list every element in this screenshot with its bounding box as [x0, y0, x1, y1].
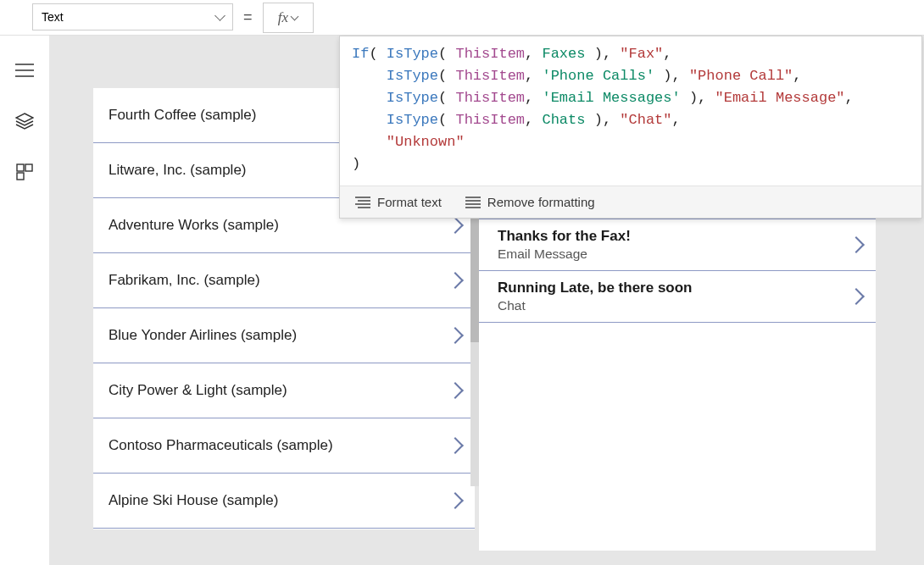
activity-row[interactable]: Thanks for the Fax!Email Message — [479, 219, 876, 271]
account-name: Adventure Works (sample) — [109, 217, 279, 234]
remove-formatting-button[interactable]: Remove formatting — [465, 195, 595, 209]
account-name: Fourth Coffee (sample) — [109, 107, 256, 124]
account-name: Litware, Inc. (sample) — [109, 162, 247, 179]
account-name: City Power & Light (sample) — [109, 382, 287, 399]
fx-button[interactable]: fx — [263, 3, 314, 33]
chevron-right-icon[interactable] — [848, 236, 865, 253]
activity-type: Chat — [498, 298, 693, 313]
account-row[interactable]: Alpine Ski House (sample) — [93, 474, 475, 529]
components-icon[interactable] — [15, 163, 34, 181]
account-row[interactable]: Blue Yonder Airlines (sample) — [93, 308, 475, 363]
account-row[interactable]: Fabrikam, Inc. (sample) — [93, 253, 475, 308]
equals-label: = — [233, 0, 263, 26]
chevron-right-icon[interactable] — [447, 217, 464, 234]
format-text-label: Format text — [377, 195, 442, 209]
formula-bar-panel: If( IsType( ThisItem, Faxes ), "Fax", Is… — [339, 36, 922, 219]
chevron-right-icon[interactable] — [447, 272, 464, 289]
property-dropdown[interactable]: Text — [32, 3, 233, 30]
account-name: Alpine Ski House (sample) — [109, 492, 278, 509]
activity-subject: Running Late, be there soon — [498, 280, 693, 296]
chevron-right-icon[interactable] — [447, 492, 464, 509]
account-row[interactable]: Contoso Pharmaceuticals (sample) — [93, 418, 475, 474]
remove-formatting-icon — [465, 197, 481, 208]
canvas: Fourth Coffee (sample)Litware, Inc. (sam… — [49, 36, 924, 565]
activity-row[interactable]: Running Late, be there soonChat — [479, 271, 876, 323]
fx-label: fx — [278, 9, 298, 26]
activity-subject: Thanks for the Fax! — [498, 228, 631, 245]
chevron-right-icon[interactable] — [848, 288, 865, 305]
remove-formatting-label: Remove formatting — [487, 195, 595, 209]
svg-rect-2 — [17, 173, 24, 180]
property-dropdown-value: Text — [42, 10, 64, 24]
chevron-right-icon[interactable] — [447, 437, 464, 454]
chevron-right-icon[interactable] — [447, 382, 464, 399]
activity-type: Email Message — [498, 246, 631, 262]
hamburger-icon[interactable] — [15, 61, 34, 80]
svg-rect-0 — [17, 164, 24, 171]
chevron-right-icon[interactable] — [447, 327, 464, 344]
format-text-icon — [355, 197, 370, 208]
account-name: Fabrikam, Inc. (sample) — [109, 272, 260, 289]
chevron-down-icon — [214, 10, 225, 21]
account-name: Blue Yonder Airlines (sample) — [109, 327, 297, 344]
left-rail — [0, 36, 49, 565]
formula-toolbar: Format text Remove formatting — [340, 186, 921, 218]
format-text-button[interactable]: Format text — [355, 195, 442, 209]
layers-icon[interactable] — [15, 112, 34, 130]
account-row[interactable]: City Power & Light (sample) — [93, 363, 475, 418]
account-name: Contoso Pharmaceuticals (sample) — [109, 437, 333, 454]
formula-editor[interactable]: If( IsType( ThisItem, Faxes ), "Fax", Is… — [340, 36, 921, 186]
svg-rect-1 — [25, 164, 32, 171]
